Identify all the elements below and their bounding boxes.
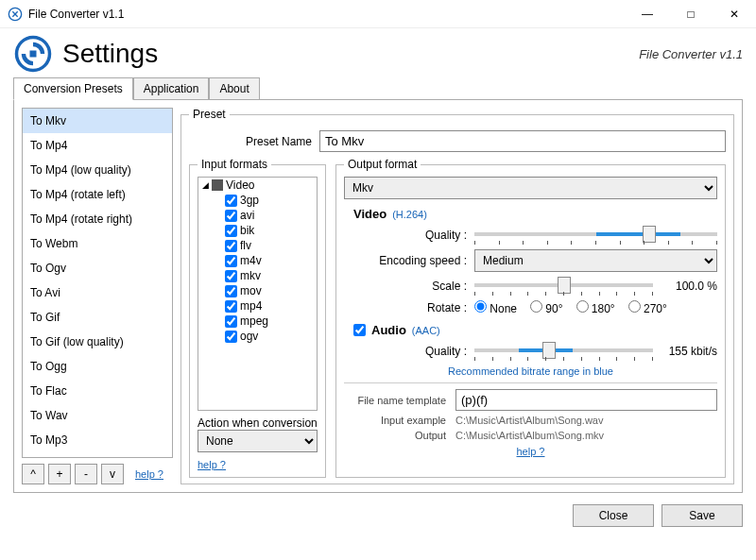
input-formats-help-link[interactable]: help ? [198, 459, 226, 470]
action-select[interactable]: None [198, 430, 318, 452]
footer: Close Save [0, 501, 756, 536]
video-quality-slider[interactable] [474, 225, 717, 246]
format-item[interactable]: flv [198, 238, 317, 253]
preset-item[interactable]: To Wav [23, 403, 172, 428]
remove-preset-button[interactable]: - [75, 464, 97, 484]
format-label: ogv [240, 330, 258, 343]
preset-list-panel: To MkvTo Mp4To Mp4 (low quality)To Mp4 (… [22, 108, 173, 484]
preset-help-link[interactable]: help ? [135, 468, 163, 480]
format-checkbox[interactable] [225, 195, 237, 207]
format-checkbox[interactable] [225, 255, 237, 267]
format-checkbox[interactable] [225, 270, 237, 282]
format-checkbox[interactable] [225, 300, 237, 313]
rotate-option[interactable]: None [474, 300, 517, 315]
tree-expand-icon[interactable]: ◢ [202, 180, 209, 190]
app-icon [8, 7, 23, 22]
scale-value: 100.0 % [661, 280, 717, 293]
encoding-speed-label: Encoding speed : [344, 254, 467, 267]
save-button[interactable]: Save [662, 504, 743, 527]
checkbox-indeterminate-icon[interactable] [212, 179, 223, 191]
format-checkbox[interactable] [225, 210, 237, 222]
maximize-button[interactable]: □ [669, 0, 713, 28]
move-down-button[interactable]: v [101, 464, 124, 484]
format-item[interactable]: mpeg [198, 314, 317, 329]
format-checkbox[interactable] [225, 331, 237, 343]
rotate-radio[interactable] [474, 300, 487, 313]
logo-icon [13, 34, 53, 74]
audio-quality-value: 155 kbit/s [661, 345, 717, 358]
output-legend: Output format [344, 158, 421, 171]
video-head: Video [353, 207, 387, 221]
preset-item[interactable]: To Webm [23, 231, 172, 256]
preset-item[interactable]: To Gif [23, 305, 172, 330]
format-item[interactable]: avi [198, 208, 317, 223]
format-checkbox[interactable] [225, 285, 237, 297]
format-item[interactable]: bik [198, 223, 317, 238]
rotate-option[interactable]: 180° [576, 300, 615, 315]
audio-quality-slider[interactable] [474, 341, 653, 362]
preset-item[interactable]: To Mp3 [23, 428, 172, 452]
close-button[interactable]: Close [573, 504, 654, 527]
format-item[interactable]: ogv [198, 329, 317, 344]
add-preset-button[interactable]: + [48, 464, 71, 484]
titlebar: File Converter v1.1 — □ ✕ [0, 0, 756, 28]
format-item[interactable]: mp4 [198, 298, 317, 314]
audio-hint: Recommended bitrate range in blue [344, 365, 717, 377]
filename-help-link[interactable]: help ? [517, 446, 545, 457]
format-checkbox[interactable] [225, 225, 237, 237]
preset-item[interactable]: To Mp4 (rotate right) [23, 207, 172, 231]
filename-template-label: File name template [344, 395, 446, 406]
close-window-button[interactable]: ✕ [713, 0, 756, 28]
tab-about[interactable]: About [209, 77, 259, 100]
scale-label: Scale : [344, 280, 467, 293]
input-formats-tree[interactable]: ◢Video3gpavibikflvm4vmkvmovmp4mpegogv [198, 177, 318, 411]
preset-name-input[interactable] [319, 130, 726, 152]
format-checkbox[interactable] [225, 315, 237, 328]
format-label: bik [240, 224, 254, 237]
preset-item[interactable]: To Avi [23, 280, 172, 305]
tab-conversion-presets[interactable]: Conversion Presets [13, 77, 133, 100]
preset-list[interactable]: To MkvTo Mp4To Mp4 (low quality)To Mp4 (… [22, 108, 173, 458]
tab-panel: To MkvTo Mp4To Mp4 (low quality)To Mp4 (… [13, 99, 743, 493]
preset-item[interactable]: To Mp4 (rotate left) [23, 182, 172, 207]
preset-item[interactable]: To Mkv [23, 109, 172, 133]
header: Settings File Converter v1.1 [0, 28, 756, 77]
output-fieldset: Output format Mkv Video (H.264) Quality … [335, 158, 726, 478]
rotate-option[interactable]: 90° [530, 300, 562, 315]
preset-item[interactable]: To Flac [23, 379, 172, 403]
audio-codec: (AAC) [412, 325, 440, 336]
format-label: mpeg [240, 314, 268, 328]
format-item[interactable]: 3gp [198, 193, 317, 208]
format-label: mp4 [240, 299, 262, 313]
format-item[interactable]: m4v [198, 253, 317, 268]
output-format-select[interactable]: Mkv [344, 177, 717, 199]
page-title: Settings [62, 39, 639, 69]
rotate-radio[interactable] [628, 300, 641, 313]
preset-item[interactable]: To Gif (low quality) [23, 330, 172, 354]
preset-item[interactable]: To Mp4 [23, 133, 172, 158]
preset-item[interactable]: To Ogg [23, 354, 172, 379]
move-up-button[interactable]: ^ [22, 464, 44, 484]
minimize-button[interactable]: — [626, 0, 669, 28]
format-checkbox[interactable] [225, 240, 237, 252]
format-item[interactable]: mov [198, 283, 317, 298]
filename-template-input[interactable] [455, 389, 717, 411]
input-example-value: C:\Music\Artist\Album\Song.wav [455, 415, 604, 426]
app-name-label: File Converter v1.1 [639, 47, 743, 61]
audio-quality-label: Quality : [344, 345, 467, 358]
rotate-radio[interactable] [530, 300, 542, 313]
audio-enable-checkbox[interactable] [353, 324, 366, 336]
tree-root-label: Video [226, 178, 254, 192]
tabs: Conversion Presets Application About [13, 77, 756, 100]
rotate-radio[interactable] [576, 300, 589, 313]
preset-item[interactable]: To Ogv [23, 256, 172, 280]
format-label: mkv [240, 269, 261, 282]
format-item[interactable]: mkv [198, 268, 317, 283]
scale-slider[interactable] [474, 276, 653, 297]
tab-application[interactable]: Application [133, 77, 210, 100]
encoding-speed-select[interactable]: Medium [474, 249, 717, 272]
preset-item[interactable]: To Mp4 (low quality) [23, 158, 172, 182]
svg-rect-2 [30, 51, 37, 58]
rotate-option[interactable]: 270° [628, 300, 667, 315]
input-formats-legend: Input formats [198, 158, 271, 171]
